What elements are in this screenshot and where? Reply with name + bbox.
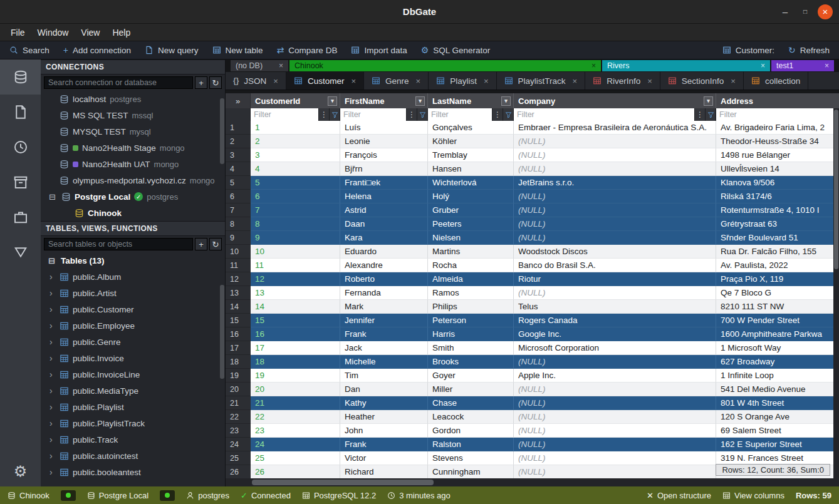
- row-number[interactable]: 17: [226, 341, 251, 355]
- menu-help[interactable]: Help: [107, 26, 136, 39]
- column-dropdown-icon[interactable]: ▾: [328, 96, 337, 106]
- row-number[interactable]: 26: [226, 465, 251, 478]
- cell[interactable]: Michelle: [340, 355, 428, 369]
- cell[interactable]: Chase: [428, 396, 514, 410]
- cell[interactable]: Daan: [340, 217, 428, 231]
- row-number[interactable]: 9: [226, 231, 251, 245]
- cell[interactable]: (NULL): [514, 135, 716, 148]
- close-button[interactable]: ×: [818, 4, 833, 19]
- close-tab-icon[interactable]: ×: [591, 61, 596, 70]
- cell[interactable]: 69 Salem Street: [716, 424, 839, 438]
- cell[interactable]: 8210 111 ST NW: [716, 300, 839, 314]
- status-open-structure[interactable]: ✕Open structure: [647, 491, 711, 500]
- cell[interactable]: Luís: [340, 121, 428, 135]
- cell[interactable]: 1 Microsoft Way: [716, 341, 839, 355]
- chevron-right-icon[interactable]: ›: [50, 451, 56, 461]
- cell[interactable]: (NULL): [514, 355, 716, 369]
- cell[interactable]: 162 E Superior Street: [716, 438, 839, 451]
- column-header-firstname[interactable]: FirstName▾: [340, 93, 428, 108]
- cell[interactable]: 16: [251, 327, 340, 341]
- close-tab-icon[interactable]: ×: [484, 76, 489, 86]
- chevron-right-icon[interactable]: ›: [50, 321, 56, 331]
- cell[interactable]: Kara: [340, 231, 428, 245]
- cell[interactable]: Alexandre: [340, 259, 428, 272]
- cell[interactable]: Rogers Canada: [514, 314, 716, 327]
- row-number[interactable]: 14: [226, 300, 251, 314]
- chevron-right-icon[interactable]: ›: [50, 418, 56, 428]
- connections-search-input[interactable]: [44, 76, 193, 89]
- cell[interactable]: 25: [251, 451, 340, 465]
- close-tab-icon[interactable]: ×: [573, 76, 578, 86]
- cell[interactable]: Gordon: [428, 424, 514, 438]
- maximize-button[interactable]: □: [798, 4, 813, 19]
- rail-archive[interactable]: [0, 165, 41, 200]
- column-header-lastname[interactable]: LastName▾: [428, 93, 514, 108]
- cell[interactable]: 120 S Orange Ave: [716, 410, 839, 424]
- cell[interactable]: Ullevĺlsveien 14: [716, 162, 839, 176]
- close-tab-icon[interactable]: ×: [416, 76, 421, 86]
- cell[interactable]: Köhler: [428, 135, 514, 148]
- row-number[interactable]: 2: [226, 135, 251, 148]
- cell[interactable]: Fernanda: [340, 286, 428, 300]
- connection-nano2health-stage[interactable]: Nano2Health Stagemongo: [41, 140, 225, 156]
- row-number[interactable]: 8: [226, 217, 251, 231]
- collapse-icon[interactable]: ⊟: [48, 256, 57, 265]
- cell[interactable]: Brooks: [428, 355, 514, 369]
- cell[interactable]: Peeters: [428, 217, 514, 231]
- status-view-columns[interactable]: View columns: [722, 491, 784, 500]
- close-tab-icon[interactable]: ×: [351, 76, 356, 86]
- filter-input-address[interactable]: [716, 108, 839, 121]
- cell[interactable]: Ralston: [428, 438, 514, 451]
- cell[interactable]: Rua Dr. Falcão Filho, 155: [716, 245, 839, 259]
- db-tab-no-db[interactable]: (no DB)×: [231, 60, 288, 71]
- cell[interactable]: 20: [251, 383, 340, 396]
- cell[interactable]: Peterson: [428, 314, 514, 327]
- table-public-mediatype[interactable]: ›public.MediaType: [41, 383, 225, 399]
- add-table-button[interactable]: +: [195, 238, 207, 250]
- row-number[interactable]: 3: [226, 148, 251, 162]
- chevron-right-icon[interactable]: ›: [50, 353, 56, 363]
- row-number[interactable]: 11: [226, 259, 251, 272]
- cell[interactable]: 12: [251, 272, 340, 286]
- row-number[interactable]: 4: [226, 162, 251, 176]
- close-tab-icon[interactable]: ×: [825, 61, 829, 70]
- cell[interactable]: Holý: [428, 190, 514, 203]
- toolbar-search[interactable]: Search: [3, 41, 56, 59]
- cell[interactable]: Franti□ek: [340, 176, 428, 190]
- cell[interactable]: 627 Broadway: [716, 355, 839, 369]
- column-dropdown-icon[interactable]: ▾: [704, 96, 713, 106]
- toolbar-refresh[interactable]: ↻Refresh: [781, 41, 836, 59]
- cell[interactable]: 19: [251, 369, 340, 383]
- cell[interactable]: (NULL): [514, 465, 716, 478]
- chevron-right-icon[interactable]: ›: [50, 386, 56, 396]
- cell[interactable]: 1498 rue Bélanger: [716, 148, 839, 162]
- tab-playlist[interactable]: Playlist×: [429, 72, 496, 90]
- cell[interactable]: 17: [251, 341, 340, 355]
- hscroll-thumb[interactable]: [252, 480, 434, 485]
- column-dropdown-icon[interactable]: ▾: [415, 96, 425, 106]
- cell[interactable]: 14: [251, 300, 340, 314]
- cell[interactable]: Rotenturmstraße 4, 1010 I: [716, 203, 839, 217]
- filter-funnel-button[interactable]: [329, 108, 340, 121]
- chevron-right-icon[interactable]: ›: [50, 288, 56, 298]
- cell[interactable]: 11: [251, 259, 340, 272]
- cell[interactable]: 18: [251, 355, 340, 369]
- cell[interactable]: Smith: [428, 341, 514, 355]
- cell[interactable]: 8: [251, 217, 340, 231]
- row-number[interactable]: 20: [226, 383, 251, 396]
- cell[interactable]: Cunningham: [428, 465, 514, 478]
- table-public-artist[interactable]: ›public.Artist: [41, 285, 225, 301]
- close-tab-icon[interactable]: ×: [273, 76, 278, 86]
- filter-menu-button[interactable]: ⋮: [318, 108, 329, 121]
- cell[interactable]: Frank: [340, 327, 428, 341]
- column-header-address[interactable]: Address▾: [716, 93, 839, 108]
- row-number[interactable]: 10: [226, 245, 251, 259]
- cell[interactable]: Sřnder Boulevard 51: [716, 231, 839, 245]
- toolbar-customer[interactable]: Customer:: [716, 41, 781, 59]
- filter-funnel-button[interactable]: [417, 108, 427, 121]
- cell[interactable]: Heather: [340, 410, 428, 424]
- cell[interactable]: 13: [251, 286, 340, 300]
- cell[interactable]: (NULL): [514, 286, 716, 300]
- cell[interactable]: (NULL): [514, 162, 716, 176]
- toolbar-add-connection[interactable]: +Add connection: [56, 41, 138, 59]
